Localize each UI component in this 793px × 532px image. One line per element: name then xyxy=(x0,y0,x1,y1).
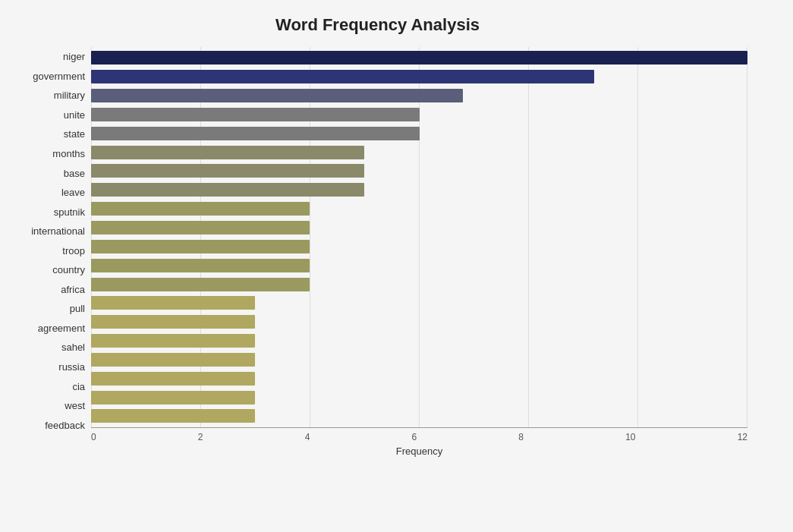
bar xyxy=(91,51,747,65)
chart-container: Word Frequency Analysis nigergovernmentm… xyxy=(0,0,793,532)
bar-row xyxy=(91,314,747,329)
bar xyxy=(91,334,255,348)
bar-row xyxy=(91,145,747,160)
bar xyxy=(91,108,420,121)
chart-title: Word Frequency Analysis xyxy=(8,15,747,35)
y-label: west xyxy=(65,401,85,411)
bar xyxy=(91,221,310,235)
bar-row xyxy=(91,69,747,84)
bars-list xyxy=(91,47,747,427)
bar xyxy=(91,315,255,329)
bar xyxy=(91,164,364,178)
bar-row xyxy=(91,371,747,386)
x-tick: 6 xyxy=(411,432,417,442)
bar-row xyxy=(91,201,747,216)
bar xyxy=(91,127,420,140)
bar-row xyxy=(91,107,747,122)
bar xyxy=(91,240,310,253)
y-label: leave xyxy=(61,187,85,197)
y-label: africa xyxy=(61,285,85,294)
x-tick: 10 xyxy=(625,432,635,442)
y-label: pull xyxy=(70,304,85,313)
x-tick: 0 xyxy=(91,432,96,442)
bar xyxy=(91,353,255,367)
bar-row xyxy=(91,220,747,235)
y-axis: nigergovernmentmilitaryunitestatemonthsb… xyxy=(8,47,91,458)
y-label: country xyxy=(52,265,85,275)
x-axis-label: Frequency xyxy=(91,445,747,457)
bar-row xyxy=(91,333,747,348)
bar xyxy=(91,372,255,386)
x-tick: 8 xyxy=(518,432,524,442)
y-label: sahel xyxy=(61,342,85,352)
bar-row xyxy=(91,126,747,141)
chart-area: nigergovernmentmilitaryunitestatemonthsb… xyxy=(8,47,747,458)
y-label: sputnik xyxy=(54,207,85,217)
bar-row xyxy=(91,408,747,423)
bar xyxy=(91,146,364,159)
bar xyxy=(91,202,310,216)
x-tick: 2 xyxy=(198,432,203,442)
y-label: state xyxy=(64,129,85,139)
y-label: months xyxy=(52,149,85,159)
bar xyxy=(91,296,255,310)
y-label: base xyxy=(64,168,85,178)
bar-row xyxy=(91,163,747,178)
bar-row xyxy=(91,277,747,292)
bar-row xyxy=(91,258,747,273)
x-ticks-container: 024681012 xyxy=(91,428,747,442)
bars-and-x: 024681012 Frequency xyxy=(91,47,747,458)
bar xyxy=(91,278,310,291)
bar xyxy=(91,183,364,197)
bar-row xyxy=(91,352,747,367)
bar xyxy=(91,70,594,83)
y-label: international xyxy=(31,226,85,236)
bar xyxy=(91,391,255,405)
y-label: troop xyxy=(62,246,85,256)
bar xyxy=(91,259,310,272)
y-label: military xyxy=(54,90,85,100)
y-label: government xyxy=(33,71,85,81)
x-axis: 024681012 Frequency xyxy=(91,427,747,458)
bar xyxy=(91,409,255,423)
y-label: agreement xyxy=(38,323,85,333)
x-tick: 4 xyxy=(305,432,310,442)
y-label: cia xyxy=(72,382,85,392)
bar-row xyxy=(91,295,747,310)
bar-row xyxy=(91,239,747,254)
y-label: russia xyxy=(58,362,85,372)
y-label: niger xyxy=(63,52,85,61)
bar-row xyxy=(91,182,747,197)
bar xyxy=(91,89,463,102)
y-label: unite xyxy=(64,110,85,120)
x-tick: 12 xyxy=(738,432,747,442)
bars-area xyxy=(91,47,747,427)
bar-row xyxy=(91,88,747,103)
bar-row xyxy=(91,50,747,65)
bar-row xyxy=(91,390,747,405)
y-label: feedback xyxy=(45,420,85,430)
